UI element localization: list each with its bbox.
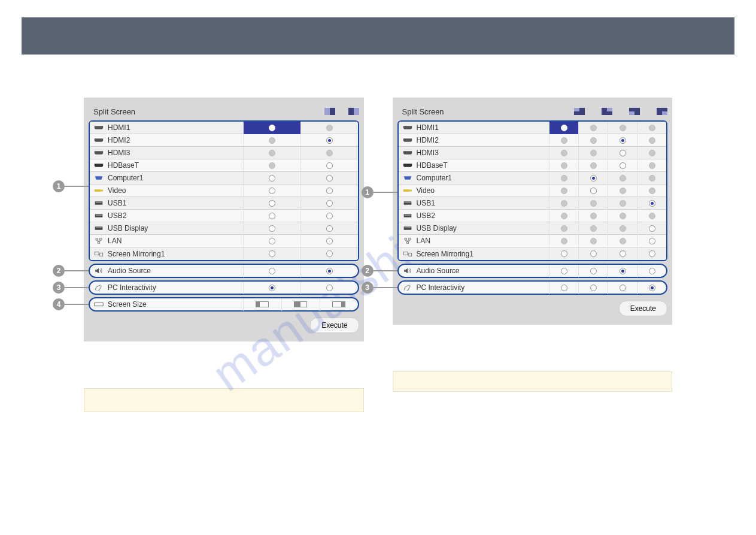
radio-cell[interactable] (243, 122, 300, 134)
radio-cell[interactable] (300, 134, 358, 147)
radio-cell[interactable] (243, 210, 300, 222)
radio-cell[interactable] (300, 210, 358, 222)
radio-cell[interactable] (608, 247, 637, 260)
source-label: HDMI1 (108, 123, 243, 132)
radio-cell (608, 172, 637, 185)
radio-cell (637, 134, 666, 147)
radio-cell[interactable] (637, 265, 666, 277)
svg-rect-11 (95, 252, 99, 255)
radio-cell[interactable] (549, 265, 578, 277)
source-row: HDMI2 (90, 134, 358, 147)
layout-icon-left (324, 108, 335, 115)
radio-cell[interactable] (243, 185, 300, 197)
radio-cell[interactable] (243, 222, 300, 235)
hdmi-icon (399, 137, 417, 143)
speaker-icon (399, 268, 417, 274)
radio-cell[interactable] (578, 172, 608, 185)
radio-cell[interactable] (578, 247, 608, 260)
hdmi-icon (90, 137, 108, 143)
source-row: LAN (90, 235, 358, 247)
execute-button[interactable]: Execute (310, 318, 359, 333)
svg-rect-0 (95, 189, 101, 192)
radio-cell[interactable] (243, 247, 300, 260)
radio-cell[interactable] (243, 282, 300, 294)
split-screen-panel-left: Split Screen 1 HDMI1HDMI2HDMI3HDBaseTCom… (84, 98, 364, 341)
radio-cell[interactable] (300, 282, 358, 294)
source-label: USB1 (108, 199, 243, 207)
radio-cell (549, 197, 578, 210)
radio-cell[interactable] (300, 159, 358, 172)
source-row: HDBaseT (90, 159, 358, 172)
radio-cell[interactable] (637, 282, 666, 294)
radio-cell[interactable] (637, 235, 666, 247)
radio-cell (608, 235, 637, 247)
screen-size-option[interactable] (243, 298, 281, 311)
radio-cell[interactable] (300, 222, 358, 235)
source-label: Screen Mirroring1 (417, 250, 549, 258)
radio-cell[interactable] (637, 247, 666, 260)
screen-size-option[interactable] (281, 298, 320, 311)
radio-cell (578, 197, 608, 210)
svg-rect-17 (404, 202, 411, 203)
radio-cell[interactable] (608, 265, 637, 277)
radio-cell[interactable] (243, 265, 300, 277)
radio-cell (578, 235, 608, 247)
radio-cell[interactable] (243, 197, 300, 210)
radio-cell (608, 210, 637, 222)
usb-icon (399, 213, 417, 219)
source-label: LAN (417, 237, 549, 245)
callout-badge: 2 (362, 265, 374, 277)
source-label: Computer1 (417, 174, 549, 182)
svg-rect-10 (98, 242, 99, 244)
radio-cell[interactable] (608, 159, 637, 172)
source-label: HDMI1 (417, 123, 549, 132)
svg-rect-13 (95, 303, 103, 306)
radio-cell (243, 159, 300, 172)
radio-cell[interactable] (300, 197, 358, 210)
svg-rect-14 (403, 189, 409, 192)
radio-cell[interactable] (578, 185, 608, 197)
screen-size-option[interactable] (320, 298, 358, 311)
execute-button[interactable]: Execute (619, 301, 667, 316)
radio-cell[interactable] (300, 185, 358, 197)
radio-cell (549, 159, 578, 172)
mirror-icon (90, 251, 108, 257)
source-row: HDMI1 (90, 122, 358, 134)
radio-cell[interactable] (300, 172, 358, 185)
radio-cell[interactable] (637, 197, 666, 210)
source-row: Video (399, 185, 667, 197)
vga-icon (399, 175, 417, 181)
source-label: HDBaseT (417, 161, 549, 170)
callout-badge: 3 (53, 282, 65, 294)
hdbt-icon (399, 162, 417, 168)
radio-cell[interactable] (243, 235, 300, 247)
note-box (393, 371, 673, 392)
source-row: Video (90, 185, 358, 197)
source-label: Video (417, 186, 549, 195)
svg-rect-25 (403, 252, 408, 255)
radio-cell[interactable] (549, 282, 578, 294)
radio-cell[interactable] (578, 265, 608, 277)
radio-cell[interactable] (608, 282, 637, 294)
radio-cell[interactable] (549, 247, 578, 260)
source-label: HDMI3 (108, 149, 243, 157)
radio-cell[interactable] (300, 235, 358, 247)
radio-cell[interactable] (637, 222, 666, 235)
source-label: Screen Mirroring1 (108, 250, 243, 258)
radio-cell[interactable] (549, 122, 578, 134)
radio-cell[interactable] (243, 172, 300, 185)
speaker-icon (90, 268, 108, 274)
source-row: HDMI1 (399, 122, 667, 134)
radio-cell[interactable] (578, 282, 608, 294)
svg-point-15 (409, 189, 412, 192)
radio-cell[interactable] (608, 147, 637, 159)
radio-cell[interactable] (300, 265, 358, 277)
source-label: HDMI2 (417, 136, 549, 144)
layout-icon-tl (574, 108, 585, 115)
radio-cell[interactable] (300, 247, 358, 260)
source-row: Computer1 (90, 172, 358, 185)
radio-cell (578, 222, 608, 235)
radio-cell[interactable] (608, 134, 637, 147)
source-label: USB2 (108, 211, 243, 220)
radio-cell (549, 210, 578, 222)
